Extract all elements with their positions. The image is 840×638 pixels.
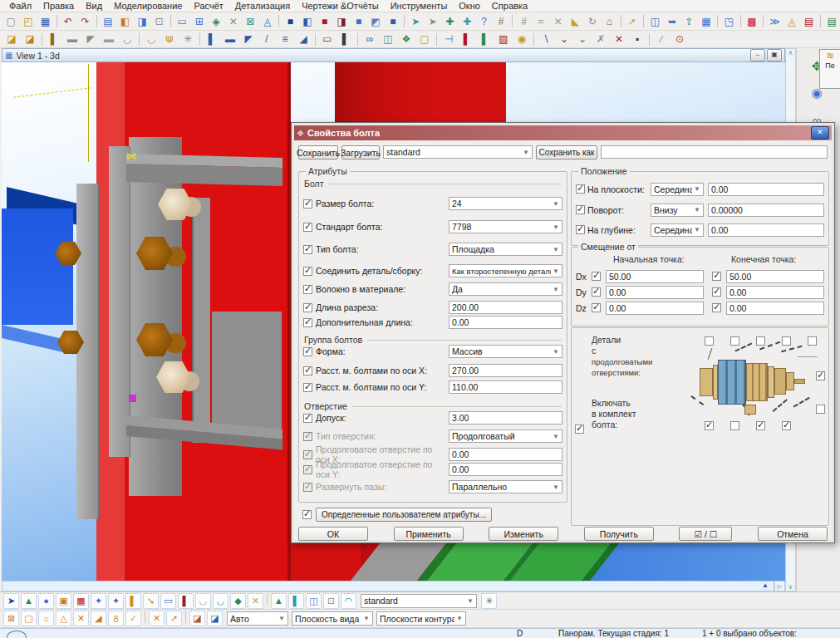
toolbar-icon[interactable]: ◤: [240, 31, 257, 47]
toolbar-icon[interactable]: ↶: [61, 13, 76, 30]
toolbar-icon[interactable]: ▲: [21, 593, 37, 609]
toolbar-icon[interactable]: ◰: [21, 13, 37, 30]
toolbar-icon[interactable]: ▌: [178, 593, 194, 609]
checkbox[interactable]: [756, 421, 765, 430]
user-attributes-button[interactable]: Определенные пользователем атрибуты...: [316, 508, 492, 522]
bolt-dist-x-input[interactable]: 270.00: [449, 364, 562, 377]
view-plane-select[interactable]: Плоскость вида ▼: [292, 611, 373, 626]
checkbox[interactable]: [730, 336, 739, 346]
checkbox[interactable]: [303, 483, 312, 492]
toolbar-icon[interactable]: ▩: [744, 13, 760, 30]
toolbar-icon[interactable]: ●: [38, 593, 54, 609]
toolbar-icon[interactable]: ▭: [174, 13, 190, 30]
checkbox[interactable]: [303, 267, 312, 276]
scroll-right-button[interactable]: ▷: [774, 581, 785, 591]
menu-item[interactable]: Инструменты: [391, 1, 448, 11]
toolbar-icon[interactable]: ▬: [101, 31, 117, 47]
restore-button[interactable]: ▣: [767, 49, 782, 61]
menu-item[interactable]: Детализация: [235, 1, 290, 11]
toolbar-icon[interactable]: ➚: [625, 13, 641, 30]
toolbar-icon[interactable]: ▪: [629, 31, 646, 47]
toolbar-icon[interactable]: ▦: [73, 593, 89, 609]
close-icon[interactable]: ✕: [811, 126, 829, 140]
rotation-input[interactable]: 0.00000: [708, 204, 824, 217]
toolbar-icon[interactable]: ■: [386, 13, 401, 30]
toolbar-icon[interactable]: ◈: [209, 13, 224, 30]
toolbar-icon[interactable]: ➘: [143, 593, 159, 609]
toolbar-icon[interactable]: ➤: [3, 593, 19, 609]
save-as-input[interactable]: [601, 145, 828, 159]
menu-item[interactable]: Справка: [492, 1, 528, 11]
toolbar-icon[interactable]: ⊡: [151, 13, 167, 30]
toolbar-icon[interactable]: ⊞: [191, 13, 207, 30]
checkbox[interactable]: [303, 465, 312, 474]
toolbar-icon[interactable]: ▌: [125, 593, 141, 609]
apply-button[interactable]: Применить: [394, 527, 464, 541]
checkbox[interactable]: [303, 414, 312, 423]
toolbar-icon[interactable]: 8: [108, 611, 124, 626]
toolbar-icon[interactable]: ▦: [699, 13, 715, 30]
toolbar-icon[interactable]: ◆: [230, 593, 246, 609]
toolbar-icon[interactable]: ▣: [56, 593, 71, 609]
save-as-button[interactable]: Сохранить как: [536, 145, 597, 160]
toolbar-icon[interactable]: △: [56, 611, 71, 626]
profile-select[interactable]: standard ▼: [383, 145, 533, 159]
checkbox[interactable]: [303, 366, 312, 375]
toolbar-icon[interactable]: ▨: [495, 31, 512, 47]
checkbox[interactable]: [303, 303, 312, 312]
checkbox[interactable]: [303, 347, 312, 356]
rotate-slots-select[interactable]: Параллельно▼: [449, 480, 562, 493]
dy-start-input[interactable]: 0.00: [606, 286, 704, 299]
toolbar-icon[interactable]: ✕: [73, 611, 89, 626]
scroll-thumb-icon[interactable]: ▲: [762, 582, 769, 589]
toolbar-icon[interactable]: ▬: [222, 31, 238, 47]
toolbar-icon[interactable]: ▤: [101, 13, 116, 30]
toolbar-icon[interactable]: ✚: [459, 13, 475, 30]
toolbar-icon[interactable]: ➤: [425, 13, 441, 30]
toolbar-icon[interactable]: ✳: [179, 31, 196, 47]
bolt-size-select[interactable]: 24▼: [449, 197, 562, 210]
toolbar-icon[interactable]: ◪: [207, 611, 223, 626]
toolbar-icon[interactable]: ◡: [143, 31, 160, 47]
toolbar-icon[interactable]: ◣: [567, 13, 583, 30]
toolbar-icon[interactable]: ▬: [64, 31, 81, 47]
toolbar-icon[interactable]: ✓: [125, 611, 141, 626]
selection-filter-select[interactable]: standard ▼: [361, 594, 477, 608]
toolbar-icon[interactable]: ◡: [213, 593, 228, 609]
toolbar-icon[interactable]: ○: [38, 611, 54, 626]
toolbar-icon[interactable]: ▲: [271, 593, 287, 609]
toolbar-icon[interactable]: ◠: [341, 593, 356, 609]
checkbox[interactable]: [712, 303, 721, 312]
checkbox[interactable]: [592, 272, 601, 281]
checkbox[interactable]: [712, 272, 721, 281]
toolbar-icon[interactable]: ✕: [611, 31, 627, 47]
toolbar-icon[interactable]: /: [258, 31, 275, 47]
cut-length-input[interactable]: 200.00: [449, 301, 562, 314]
toolbar-icon[interactable]: ✦: [108, 593, 124, 609]
checkbox[interactable]: [302, 510, 312, 519]
toolbar-icon[interactable]: ▭: [160, 593, 176, 609]
toolbar-icon[interactable]: ∖: [538, 31, 554, 47]
toolbar-icon[interactable]: #: [494, 13, 509, 30]
horizontal-scrollbar[interactable]: ▲: [2, 581, 774, 591]
snap-mode-select[interactable]: Авто ▼: [227, 611, 288, 626]
toolbar-icon[interactable]: ↷: [77, 13, 93, 30]
connect-part-select[interactable]: Как второстепенную деталь▼: [449, 264, 562, 277]
bolt-dist-y-input[interactable]: 110.00: [449, 380, 562, 394]
toolbar-icon[interactable]: ▦: [37, 13, 53, 30]
checkbox[interactable]: [303, 223, 312, 232]
toolbar-icon[interactable]: ◨: [334, 13, 350, 30]
toolbar-icon[interactable]: ≫: [767, 13, 783, 30]
dx-start-input[interactable]: 50.00: [606, 270, 704, 283]
toolbar-icon[interactable]: ▌: [459, 31, 475, 47]
menu-item[interactable]: Файл: [9, 1, 32, 11]
menu-item[interactable]: Моделирование: [114, 1, 182, 11]
toolbar-icon[interactable]: #: [516, 13, 532, 30]
checkbox[interactable]: [575, 425, 584, 434]
toolbar-icon[interactable]: ✗: [592, 31, 609, 47]
toolbar-icon[interactable]: ⌂: [602, 13, 617, 30]
toolbar-icon[interactable]: ∞: [361, 31, 378, 47]
toolbar-icon[interactable]: ⊣: [440, 31, 457, 47]
toolbar-icon[interactable]: ◩: [368, 13, 384, 30]
toolbar-icon[interactable]: ◧: [300, 13, 316, 30]
